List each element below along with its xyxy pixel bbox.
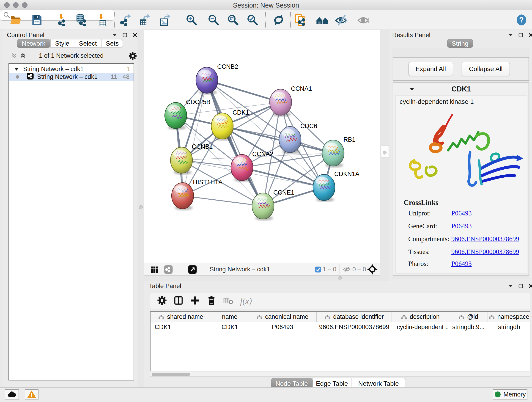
tab-style[interactable]: Style bbox=[51, 39, 74, 48]
tab-sets[interactable]: Sets bbox=[102, 39, 123, 48]
crosslink-label: GeneCard: bbox=[408, 222, 437, 230]
tab-select[interactable]: Select bbox=[74, 39, 102, 48]
open-session-icon[interactable] bbox=[9, 13, 22, 26]
selected-checkbox-icon[interactable] bbox=[315, 266, 321, 274]
table-cell[interactable]: stringdb:9... bbox=[449, 322, 488, 332]
export-table-icon[interactable] bbox=[138, 13, 151, 26]
node-CDK1[interactable]: CDK1 bbox=[211, 109, 249, 140]
left-splitter[interactable] bbox=[138, 30, 144, 387]
edge-CCNB2-CCNE1[interactable] bbox=[207, 80, 263, 206]
network-collection-row[interactable]: String Network – cdk1 1 bbox=[9, 65, 133, 73]
main-toolbar: ? bbox=[0, 10, 532, 30]
edge-HIST1H1A-CCNE1[interactable] bbox=[183, 196, 263, 206]
table-panel-float-icon[interactable] bbox=[518, 283, 523, 289]
table-cell[interactable]: CDK1 bbox=[151, 322, 211, 332]
node-CDC6[interactable]: CDC6 bbox=[279, 123, 317, 154]
node-table[interactable]: shared nameCDK1nameCDK1canonical nameP06… bbox=[150, 311, 530, 371]
control-panel-collapse-icon[interactable] bbox=[112, 33, 117, 38]
expand-all-button[interactable]: Expand All bbox=[409, 62, 453, 76]
warnings-button[interactable] bbox=[25, 389, 38, 400]
add-column-icon[interactable] bbox=[190, 296, 200, 306]
gene-symbol-heading: CDK1 bbox=[393, 85, 529, 93]
network-options-gear-icon[interactable] bbox=[128, 52, 137, 61]
node-CDKN1A[interactable]: CDKN1A bbox=[313, 171, 360, 202]
results-panel: Results Panel String Expand All Collapse… bbox=[389, 30, 532, 281]
table-panel-collapse-icon[interactable] bbox=[508, 284, 513, 289]
table-panel-title: Table Panel bbox=[149, 283, 181, 290]
string-network-graph[interactable]: CCNB2CCNA1CDC25BCDK1CDC6RB1CCNB1CCNA2CDK… bbox=[144, 30, 380, 263]
node-RB1[interactable]: RB1 bbox=[322, 136, 355, 167]
node-CCNE1[interactable]: CCNE1 bbox=[252, 189, 294, 220]
zoom-fit-icon[interactable] bbox=[227, 13, 239, 26]
tab-network[interactable]: Network bbox=[17, 39, 51, 48]
crosslink-compartments-link[interactable]: 9606.ENSP00000378699 bbox=[451, 235, 519, 243]
results-panel-collapse-icon[interactable] bbox=[508, 33, 513, 38]
results-panel-title: Results Panel bbox=[392, 32, 431, 39]
window-title: Session: New Session bbox=[0, 2, 532, 9]
hide-selected-icon[interactable] bbox=[335, 13, 348, 26]
scrollbar-thumb[interactable] bbox=[152, 373, 190, 376]
refresh-layout-icon[interactable] bbox=[272, 13, 285, 26]
right-splitter[interactable] bbox=[380, 30, 389, 281]
import-table-file-icon[interactable] bbox=[95, 13, 108, 26]
network-canvas[interactable]: CCNB2CCNA1CDC25BCDK1CDC6RB1CCNB1CCNA2CDK… bbox=[144, 30, 380, 263]
fit-content-crosshair-icon[interactable] bbox=[367, 264, 378, 275]
node-HIST1H1A[interactable]: HIST1H1A bbox=[172, 179, 222, 210]
node-CCNB2[interactable]: CCNB2 bbox=[196, 63, 238, 95]
control-panel-float-icon[interactable] bbox=[122, 32, 127, 38]
results-panel-close-icon[interactable] bbox=[528, 32, 532, 38]
table-panel-close-icon[interactable] bbox=[528, 283, 532, 289]
new-network-from-selection-icon[interactable] bbox=[294, 13, 307, 26]
table-cell[interactable]: CDK1 bbox=[211, 322, 248, 332]
edge-CCNB2-CCNA1[interactable] bbox=[207, 80, 281, 102]
table-cell[interactable]: P06493 bbox=[248, 322, 317, 332]
node-label-CDK1: CDK1 bbox=[233, 109, 249, 116]
cloud-button[interactable] bbox=[5, 389, 19, 400]
crosslink-genecard-link[interactable]: P06493 bbox=[451, 222, 472, 230]
column-header-name[interactable]: name bbox=[211, 312, 248, 322]
node-label-RB1: RB1 bbox=[343, 136, 355, 143]
tab-string[interactable]: String bbox=[447, 39, 473, 48]
zoom-selected-icon[interactable] bbox=[246, 13, 259, 26]
control-panel-close-icon[interactable] bbox=[133, 32, 138, 38]
collapse-all-button[interactable]: Collapse All bbox=[462, 62, 510, 76]
zoom-in-icon[interactable] bbox=[185, 13, 198, 26]
crosslink-uniprot-link[interactable]: P06493 bbox=[451, 210, 472, 217]
window-titlebar: Session: New Session bbox=[0, 0, 532, 10]
column-header-description[interactable]: description bbox=[392, 312, 449, 322]
network-row-selected[interactable]: String Network – cdk1 11 48 bbox=[9, 73, 133, 81]
import-network-file-icon[interactable] bbox=[56, 13, 68, 26]
edge-CDK1-RB1[interactable] bbox=[222, 126, 333, 153]
split-columns-icon[interactable] bbox=[174, 296, 183, 306]
save-session-icon[interactable] bbox=[30, 13, 43, 26]
export-image-icon[interactable] bbox=[159, 13, 172, 26]
export-network-icon[interactable] bbox=[120, 13, 133, 26]
delete-column-icon[interactable] bbox=[207, 296, 216, 306]
protein-structure-image bbox=[400, 109, 524, 196]
birdseye-view-icon[interactable] bbox=[188, 265, 197, 275]
column-header--id[interactable]: @id bbox=[449, 312, 488, 322]
column-header-database-identifier[interactable]: database identifier bbox=[317, 312, 392, 322]
column-header-canonical-name[interactable]: canonical name bbox=[248, 312, 317, 322]
control-panel-title: Control Panel bbox=[7, 32, 44, 39]
crosslink-pharos-link[interactable]: P06493 bbox=[451, 260, 472, 268]
crosslink-label: Pharos: bbox=[408, 260, 428, 268]
table-cell[interactable]: cyclin-dependent ... bbox=[392, 322, 449, 332]
help-button[interactable]: ? bbox=[515, 13, 528, 26]
results-panel-float-icon[interactable] bbox=[518, 32, 523, 38]
zoom-out-icon[interactable] bbox=[207, 13, 220, 26]
grid-view-icon[interactable] bbox=[150, 265, 159, 275]
node-label-CCNE1: CCNE1 bbox=[273, 189, 294, 196]
edge-CCNB2-HIST1H1A[interactable] bbox=[183, 80, 207, 196]
crosslink-tissues-link[interactable]: 9606.ENSP00000378699 bbox=[451, 248, 519, 255]
column-header-shared-name[interactable]: shared name bbox=[151, 312, 211, 322]
import-network-database-icon[interactable] bbox=[75, 13, 88, 26]
table-cell[interactable]: 9606.ENSP00000378699 bbox=[317, 322, 392, 332]
gear-icon[interactable] bbox=[157, 296, 167, 306]
memory-button[interactable]: Memory bbox=[493, 389, 527, 400]
table-cell[interactable]: stringdb bbox=[488, 322, 530, 332]
first-neighbors-icon[interactable] bbox=[316, 13, 329, 26]
table-horizontal-scrollbar[interactable] bbox=[150, 372, 530, 376]
network-edge-count: 48 bbox=[123, 73, 129, 80]
column-header-namespace[interactable]: namespace bbox=[488, 312, 530, 322]
